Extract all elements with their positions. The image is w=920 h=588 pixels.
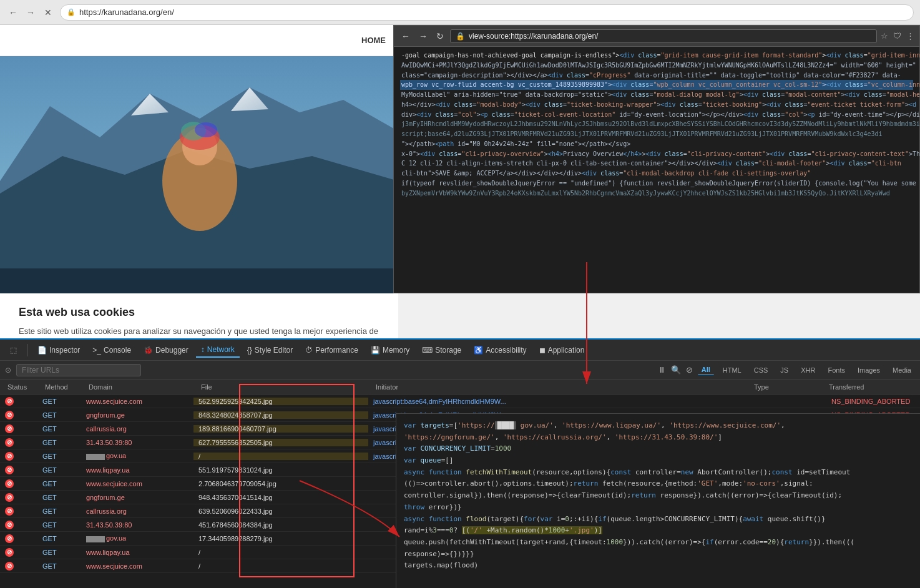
cell-status: ⊘ [0, 507, 37, 516]
tab-style-editor[interactable]: {} Style Editor [242, 343, 298, 357]
source-line-2: AwIDQwMCi+PMJlY3QgdZlkdGg9IjEwMCUiGh1awD… [400, 61, 913, 71]
lock-icon: 🔒 [67, 8, 76, 16]
source-line-17: C 12 cli-12 cli-align-items-stretch cli-… [400, 159, 913, 169]
code-line-7: controller.signal}).then((response)=>{cl… [404, 490, 913, 502]
network-icon: ↕ [201, 345, 205, 354]
tab-storage[interactable]: ⌨ Storage [417, 343, 466, 357]
cell-status: ⊘ [0, 534, 37, 543]
cell-transferred: NS_BINDING_ABORTED [826, 398, 920, 405]
back-button[interactable]: ← [6, 6, 20, 19]
filter-html-btn[interactable]: HTML [719, 365, 745, 375]
filter-input[interactable] [16, 364, 141, 376]
tab-network[interactable]: ↕ Network [196, 343, 240, 358]
nav-home[interactable]: HOME [361, 36, 386, 45]
svg-rect-10 [0, 268, 398, 293]
source-address-bar[interactable]: 🔒 view-source:https://karunadana.org/en/ [450, 29, 877, 43]
source-line-9: div><div class="col"><p class="ticket-co… [400, 110, 913, 120]
tab-accessibility[interactable]: ♿ Accessibility [469, 343, 531, 357]
tab-application[interactable]: ◼ Application [534, 343, 590, 357]
cell-domain: gov.ua [81, 452, 193, 459]
table-header: Status Method Domain File Initiator Type… [0, 380, 920, 394]
cell-file: 627.7955556352505.jpg [193, 439, 368, 446]
source-back-button[interactable]: ← [399, 30, 413, 42]
address-bar[interactable]: 🔒 https://karunadana.org/en/ [60, 4, 914, 21]
cell-file: / [193, 562, 368, 570]
url-text: https://karunadana.org/en/ [79, 7, 174, 17]
pause-icon[interactable]: ⏸ [658, 365, 666, 375]
hero-image [0, 56, 398, 293]
shield-icon[interactable]: 🛡 [893, 31, 901, 41]
source-line-12: script;base64,d2luZG93LjJTX01PRVMRFMRVd2… [400, 129, 913, 139]
cell-status: ⊘ [0, 548, 37, 557]
memory-icon: 💾 [371, 346, 380, 355]
filter-all-btn[interactable]: All [698, 365, 714, 375]
tab-debugger[interactable]: 🐞 Debugger [139, 343, 193, 357]
filter-css-btn[interactable]: CSS [750, 365, 772, 375]
tab-memory[interactable]: 💾 Memory [366, 343, 414, 357]
source-reload-button[interactable]: ↻ [434, 30, 446, 42]
source-url: view-source:https://karunadana.org/en/ [469, 32, 598, 41]
tab-inspector[interactable]: 📄 Inspector [32, 343, 85, 357]
source-viewer: ← → ↻ 🔒 view-source:https://karunadana.o… [393, 25, 920, 293]
cell-method: GET [37, 507, 81, 515]
cell-domain: www.secjuice.com [81, 562, 193, 570]
search-icon[interactable]: 🔍 [671, 365, 681, 375]
blocked-icon: ⊘ [5, 452, 14, 461]
clear-icon[interactable]: ⊘ [686, 365, 693, 375]
close-button[interactable]: ✕ [41, 6, 55, 19]
cell-method: GET [37, 466, 81, 474]
filter-bar: ⊙ ⏸ 🔍 ⊘ All HTML CSS JS XHR Fonts Images… [0, 361, 920, 380]
col-header-method: Method [40, 383, 84, 391]
blocked-icon: ⊘ [5, 466, 14, 474]
devtools-toolbar: ⬚ 📄 Inspector >_ Console 🐞 Debugger ↕ Ne… [0, 340, 920, 361]
col-header-domain: Domain [84, 383, 196, 391]
main-area: HOME [0, 25, 920, 588]
source-line-3: class="campaign-description"></div></a><… [400, 71, 913, 81]
cell-file: 2.7068046379709054.jpg [193, 480, 368, 488]
bookmark-icon[interactable]: ☆ [881, 31, 888, 41]
cell-domain: 31.43.50.39:80 [81, 439, 193, 446]
source-lock-icon: 🔒 [456, 32, 465, 41]
accessibility-icon: ♿ [474, 346, 483, 355]
cell-status: ⊘ [0, 479, 37, 488]
source-line-1: -goal campaign-has-not-achieved-goal cam… [400, 51, 913, 61]
devtools-inspect-button[interactable]: ⬚ [5, 343, 22, 357]
forward-button[interactable]: → [24, 6, 37, 19]
col-header-status: Status [2, 383, 40, 391]
cell-file: / [193, 453, 368, 460]
tab-performance[interactable]: ⏱ Performance [300, 343, 363, 357]
cell-file: 639.5206096022433.jpg [193, 507, 368, 515]
filter-js-btn[interactable]: JS [776, 365, 792, 375]
cell-file: 562.9925925942425.jpg [193, 398, 368, 405]
tab-console[interactable]: >_ Console [87, 343, 136, 357]
source-icons: ☆ 🛡 ⋮ [881, 31, 914, 41]
code-line-8: throw error})} [404, 502, 913, 514]
debugger-icon: 🐞 [144, 346, 153, 355]
cell-file: 451.6784560084384.jpg [193, 521, 368, 529]
source-line-16: x-0"><div class="cli-privacy-overview"><… [400, 149, 913, 159]
cookie-title: Esta web usa cookies [19, 306, 379, 319]
code-line-9: async function flood(target){for(var i=0… [404, 514, 913, 526]
cell-domain: gngforum.ge [81, 411, 193, 419]
code-line-3: var CONCURRENCY_LIMIT=1000 [404, 443, 913, 455]
cell-status: ⊘ [0, 452, 37, 461]
cell-domain: www.liqpay.ua [81, 466, 193, 474]
cell-status: ⊘ [0, 438, 37, 447]
cell-file: 948.4356370041514.jpg [193, 494, 368, 501]
source-forward-button[interactable]: → [416, 30, 430, 42]
filter-xhr-btn[interactable]: XHR [797, 365, 819, 375]
menu-icon[interactable]: ⋮ [906, 31, 914, 41]
cell-file: / [193, 549, 368, 556]
site-nav: HOME [0, 25, 398, 56]
devtools-panel: ⬚ 📄 Inspector >_ Console 🐞 Debugger ↕ Ne… [0, 338, 920, 588]
performance-icon: ⏱ [305, 346, 313, 355]
filter-fonts-btn[interactable]: Fonts [824, 365, 849, 375]
cell-method: GET [37, 549, 81, 556]
svg-point-9 [195, 122, 217, 137]
cell-file: 189.88166900460707.jpg [193, 425, 368, 433]
filter-images-btn[interactable]: Images [854, 365, 884, 375]
code-line-4: var queue=[] [404, 455, 913, 467]
table-row[interactable]: ⊘ GET www.secjuice.com 562.9925925942425… [0, 394, 920, 408]
filter-media-btn[interactable]: Media [889, 365, 915, 375]
cell-domain: www.secjuice.com [81, 398, 193, 405]
